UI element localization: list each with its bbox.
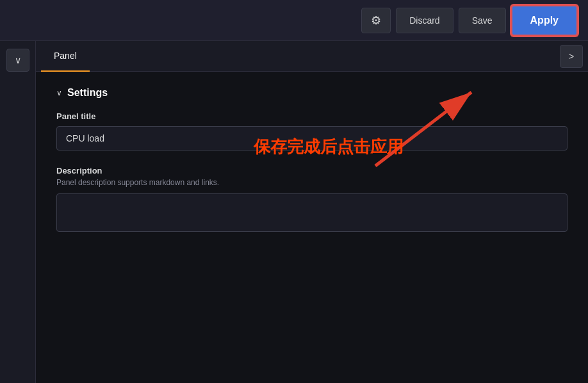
settings-section-header: ∨ Settings [56, 87, 568, 99]
save-button[interactable]: Save [459, 8, 506, 33]
description-label: Description [56, 166, 568, 175]
description-hint: Panel description supports markdown and … [56, 178, 568, 187]
panel-title-label: Panel title [56, 111, 568, 121]
discard-button[interactable]: Discard [396, 8, 453, 33]
gear-button[interactable]: ⚙ [361, 8, 391, 33]
description-field: Description Panel description supports m… [56, 166, 568, 234]
left-sidebar: ∨ [0, 41, 36, 383]
tab-panel[interactable]: Panel [41, 41, 90, 72]
tabs-row: Panel > [36, 41, 588, 72]
panel-title-field: Panel title [56, 111, 568, 166]
apply-button[interactable]: Apply [511, 5, 578, 36]
content-area: Panel > ∨ Settings Panel title Descripti… [36, 41, 588, 383]
chevron-right-icon: > [569, 51, 574, 61]
tab-next-button[interactable]: > [560, 45, 583, 68]
settings-content: ∨ Settings Panel title Description Panel… [36, 72, 588, 250]
main-area: ∨ Panel > ∨ Settings Panel title [0, 41, 588, 383]
chevron-down-icon: ∨ [15, 55, 21, 65]
panel-title-input[interactable] [56, 126, 568, 151]
gear-icon: ⚙ [371, 13, 381, 28]
toolbar: ⚙ Discard Save Apply [0, 0, 588, 41]
sidebar-collapse-button[interactable]: ∨ [6, 49, 29, 72]
section-chevron-icon: ∨ [56, 88, 62, 97]
description-textarea[interactable] [56, 193, 568, 232]
settings-section-title: Settings [67, 87, 108, 99]
